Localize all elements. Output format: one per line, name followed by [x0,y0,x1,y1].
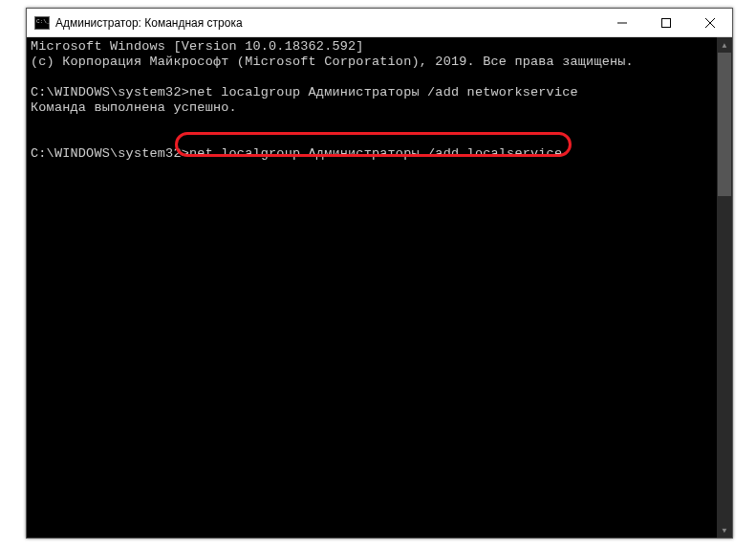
cmd-icon [34,16,50,30]
scroll-down-arrow[interactable]: ▼ [717,522,732,538]
prompt-1: C:\WINDOWS\system32> [31,85,189,99]
close-icon [705,18,715,28]
command-2: net localgroup Администраторы /add local… [189,146,562,161]
scrollbar-thumb[interactable] [718,53,731,196]
command-prompt-window: Администратор: Командная строка Microsof… [26,8,733,539]
content-wrapper: Microsoft Windows [Version 10.0.18362.59… [27,37,732,538]
minimize-button[interactable] [600,9,644,37]
minimize-icon [617,18,627,28]
prompt-2: C:\WINDOWS\system32> [31,146,189,161]
svg-rect-1 [662,19,671,28]
close-button[interactable] [688,9,732,37]
titlebar[interactable]: Администратор: Командная строка [27,9,732,37]
command-1: net localgroup Администраторы /add netwo… [189,85,578,99]
vertical-scrollbar[interactable]: ▲ ▼ [717,37,732,538]
maximize-icon [661,18,671,28]
copyright-line: (c) Корпорация Майкрософт (Microsoft Cor… [31,55,634,69]
maximize-button[interactable] [644,9,688,37]
version-line: Microsoft Windows [Version 10.0.18362.59… [31,39,364,54]
scroll-up-arrow[interactable]: ▲ [717,37,732,53]
window-title: Администратор: Командная строка [55,16,600,30]
result-1: Команда выполнена успешно. [31,100,237,115]
terminal-output[interactable]: Microsoft Windows [Version 10.0.18362.59… [27,37,717,538]
window-controls [600,9,732,36]
